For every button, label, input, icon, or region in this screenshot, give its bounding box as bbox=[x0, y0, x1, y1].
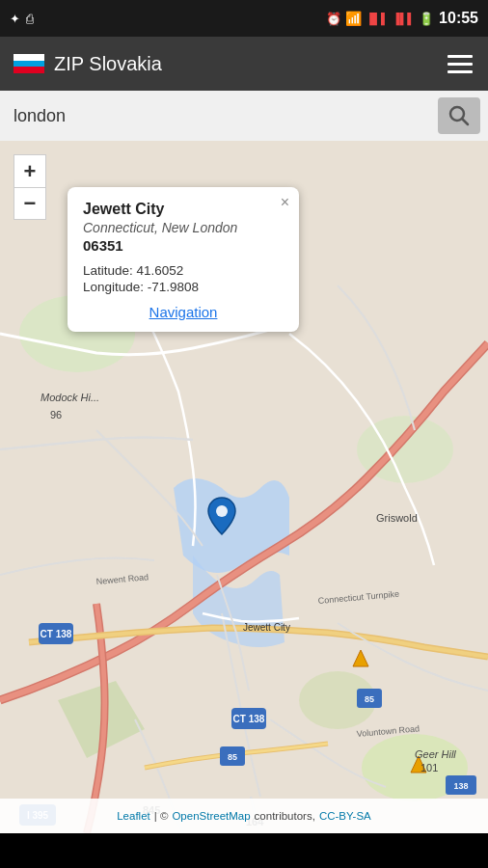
svg-text:CT 138: CT 138 bbox=[41, 629, 72, 639]
svg-text:Geer Hill: Geer Hill bbox=[415, 748, 456, 760]
latitude-label: Latitude: bbox=[83, 263, 133, 278]
longitude-label: Longitude: bbox=[83, 280, 144, 294]
search-button[interactable] bbox=[438, 97, 480, 134]
status-bar: ✦ ⎙ ⏰ 📶 ▐▌▌ ▐▌▌ 🔋 10:55 bbox=[0, 0, 488, 37]
svg-text:96: 96 bbox=[50, 409, 62, 420]
popup-state: Connecticut, New London bbox=[83, 220, 284, 235]
attribution-separator: | © bbox=[154, 810, 169, 822]
svg-point-37 bbox=[216, 505, 228, 517]
search-input[interactable] bbox=[8, 98, 430, 133]
flag-icon bbox=[14, 54, 44, 73]
signal-icon-2: ▐▌▌ bbox=[393, 13, 415, 24]
svg-text:138: 138 bbox=[453, 781, 468, 791]
svg-rect-0 bbox=[14, 54, 44, 61]
popup-zip: 06351 bbox=[83, 237, 284, 254]
svg-text:Modock Hi...: Modock Hi... bbox=[41, 392, 99, 403]
map-pin bbox=[206, 496, 237, 540]
pin-icon bbox=[206, 496, 237, 536]
battery-icon: 🔋 bbox=[419, 12, 434, 26]
clock: 10:55 bbox=[439, 10, 478, 27]
navigation-link[interactable]: Navigation bbox=[83, 304, 284, 320]
zoom-out-button[interactable]: − bbox=[14, 187, 46, 220]
attribution-contributors: contributors, bbox=[255, 810, 315, 822]
search-icon bbox=[448, 105, 470, 126]
popup-latitude: Latitude: 41.6052 bbox=[83, 263, 284, 278]
popup-city: Jewett City bbox=[83, 201, 284, 218]
svg-text:101: 101 bbox=[420, 762, 438, 773]
app-bar: ZIP Slovakia bbox=[0, 37, 488, 91]
map-controls: + − bbox=[14, 154, 46, 220]
signal-icon-1: ▐▌▌ bbox=[366, 13, 388, 24]
svg-rect-1 bbox=[14, 61, 44, 67]
svg-text:Griswold: Griswold bbox=[376, 512, 418, 524]
menu-line-1 bbox=[447, 55, 473, 58]
search-bar bbox=[0, 91, 488, 141]
map-attribution: Leaflet | © OpenStreetMap contributors, … bbox=[0, 799, 488, 833]
menu-button[interactable] bbox=[447, 50, 474, 77]
longitude-value: -71.9808 bbox=[148, 280, 199, 294]
license-link[interactable]: CC-BY-SA bbox=[319, 810, 371, 822]
map-container[interactable]: Modock Hi... 96 Griswold CT 138 CT 138 8… bbox=[0, 141, 488, 833]
charging-icon: ⎙ bbox=[26, 12, 34, 26]
svg-rect-2 bbox=[14, 67, 44, 73]
popup-longitude: Longitude: -71.9808 bbox=[83, 280, 284, 294]
alarm-icon: ⏰ bbox=[326, 12, 341, 26]
app-title: ZIP Slovakia bbox=[54, 53, 162, 75]
location-popup: × Jewett City Connecticut, New London 06… bbox=[68, 187, 299, 332]
status-icons: ⏰ 📶 ▐▌▌ ▐▌▌ 🔋 bbox=[326, 11, 434, 26]
popup-close-button[interactable]: × bbox=[281, 195, 289, 210]
svg-text:85: 85 bbox=[365, 694, 374, 704]
status-left-icons: ✦ ⎙ bbox=[10, 12, 34, 26]
app-bar-left: ZIP Slovakia bbox=[14, 53, 162, 75]
svg-text:CT 138: CT 138 bbox=[233, 714, 265, 724]
wifi-icon: 📶 bbox=[345, 11, 362, 26]
svg-text:Jewett City: Jewett City bbox=[243, 622, 290, 633]
status-right-info: ⏰ 📶 ▐▌▌ ▐▌▌ 🔋 10:55 bbox=[326, 10, 478, 27]
svg-text:85: 85 bbox=[228, 752, 237, 762]
usb-icon: ✦ bbox=[10, 12, 20, 26]
menu-line-3 bbox=[447, 70, 473, 73]
osm-link[interactable]: OpenStreetMap bbox=[172, 810, 250, 822]
latitude-value: 41.6052 bbox=[137, 263, 184, 278]
zoom-in-button[interactable]: + bbox=[14, 154, 46, 187]
svg-line-4 bbox=[463, 120, 469, 125]
leaflet-link[interactable]: Leaflet bbox=[117, 810, 150, 822]
menu-line-2 bbox=[447, 63, 473, 66]
